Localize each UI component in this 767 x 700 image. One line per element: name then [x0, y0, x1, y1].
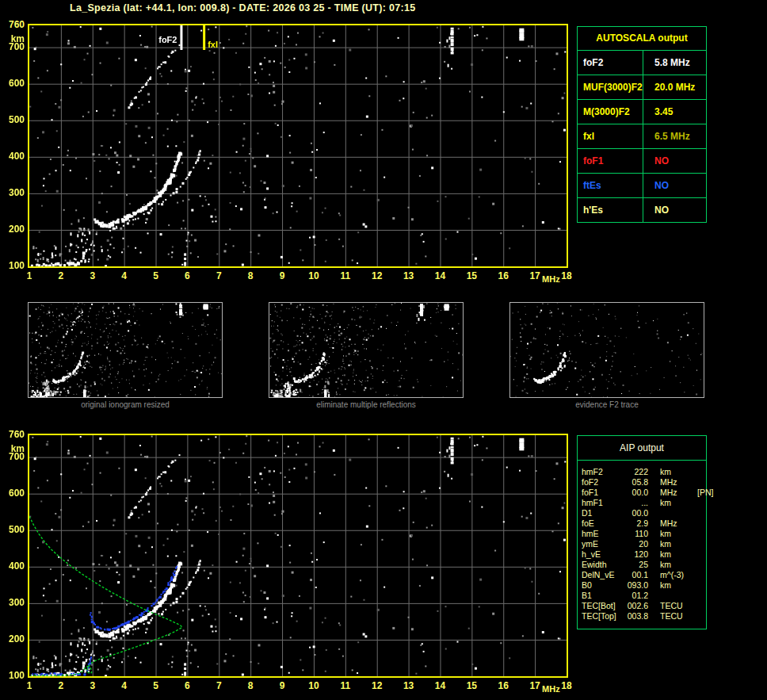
y-axis-tick-label: 500	[2, 525, 25, 535]
x-axis-tick-label: 7	[211, 271, 227, 281]
aip-extra	[696, 601, 704, 611]
aip-unit: km	[648, 529, 696, 539]
aip-name: DelN_vE	[582, 570, 623, 580]
aip-val: 120	[623, 549, 648, 560]
parameter-value: 20.0 MHz	[643, 75, 706, 99]
y-axis-tick-label: 100	[2, 261, 25, 271]
x-axis-tick-label: 12	[369, 681, 385, 691]
aip-extra	[696, 529, 704, 539]
table-row: h_vE120km	[582, 549, 704, 560]
aip-unit: km	[648, 467, 696, 477]
x-axis-tick-label: 9	[274, 681, 290, 691]
x-axis-tick-label: 5	[148, 271, 164, 281]
aip-unit: TECU	[648, 601, 696, 611]
table-row: foE2.9MHz	[582, 518, 704, 529]
y-axis-tick-label: 300	[2, 188, 25, 198]
aip-name: Ewidth	[582, 560, 623, 570]
x-axis-tick-label: 12	[369, 271, 385, 281]
aip-val: 00.0	[623, 488, 648, 498]
aip-unit	[648, 508, 696, 518]
aip-extra	[696, 477, 704, 488]
x-axis-unit-label: MHz	[542, 274, 560, 284]
aip-extra	[696, 518, 704, 529]
y-axis-unit-label: km	[2, 34, 25, 44]
aip-unit: MHz	[648, 477, 696, 488]
y-axis-tick-label: 400	[2, 151, 25, 162]
y-axis-tick-label: 600	[2, 488, 25, 499]
aip-val: 222	[623, 467, 648, 477]
aip-extra	[696, 508, 704, 518]
table-row: foF25.8 MHz	[578, 51, 706, 75]
aip-val: 01.2	[623, 591, 648, 601]
parameter-value: 6.5 MHz	[643, 124, 706, 148]
thumbnail-evidence-canvas	[510, 303, 704, 397]
table-row: foF100.0MHz[PN]	[582, 488, 704, 498]
bottom-ionogram-plot	[28, 434, 568, 678]
x-axis-tick-label: 14	[432, 271, 448, 281]
x-axis-tick-label: 16	[495, 681, 511, 691]
table-row: M(3000)F23.45	[578, 100, 706, 124]
aip-name: B0	[582, 580, 623, 591]
aip-extra	[696, 498, 704, 508]
autoscala-output-table: AUTOSCALA output foF25.8 MHzMUF(3000)F22…	[577, 26, 707, 223]
table-row: ymE20km	[582, 539, 704, 549]
aip-name: foF1	[582, 488, 623, 498]
x-axis-tick-label: 4	[116, 681, 132, 691]
autoscala-app-window: La_Spezia (lat: +44.1, lon: 009.8) - DAT…	[0, 0, 767, 700]
aip-val: 00.0	[623, 508, 648, 518]
aip-val: 110	[623, 529, 648, 539]
table-row: B0093.0km	[582, 580, 704, 591]
top-ionogram-plot	[28, 24, 568, 268]
y-axis-tick-label: 200	[2, 224, 25, 235]
table-row: D100.0	[582, 508, 704, 518]
parameter-label: MUF(3000)F2	[578, 75, 643, 99]
y-axis-tick-label: 500	[2, 115, 25, 125]
table-row: TEC[Bot]002.6TECU	[582, 601, 704, 611]
aip-name: hmF1	[582, 498, 623, 508]
aip-val: 00.1	[623, 570, 648, 580]
page-title: La_Spezia (lat: +44.1, lon: 009.8) - DAT…	[70, 2, 415, 13]
x-axis-tick-label: 5	[148, 681, 164, 691]
aip-unit: km	[648, 560, 696, 570]
aip-name: h_vE	[582, 549, 623, 560]
y-axis-tick-label: 400	[2, 561, 25, 572]
table-row: MUF(3000)F220.0 MHz	[578, 75, 706, 100]
x-axis-tick-label: 17	[527, 271, 543, 281]
x-axis-tick-label: 3	[85, 271, 101, 281]
y-axis-unit-label: km	[2, 444, 25, 454]
aip-unit: MHz	[648, 518, 696, 529]
x-axis-tick-label: 17	[527, 681, 543, 691]
parameter-value: 5.8 MHz	[643, 51, 706, 75]
parameter-label: foF2	[578, 51, 643, 75]
thumbnail-caption-evidence: evidence F2 trace	[509, 400, 704, 409]
aip-extra	[696, 591, 704, 601]
aip-extra	[696, 549, 704, 560]
aip-val: 003.8	[623, 611, 648, 622]
x-axis-tick-label: 15	[464, 681, 479, 691]
y-axis-tick-label: 300	[2, 598, 25, 608]
parameter-value: NO	[643, 198, 706, 222]
x-axis-tick-label: 8	[242, 681, 258, 691]
parameter-label: foF1	[578, 149, 643, 173]
table-row: foF205.8MHz	[582, 477, 704, 488]
top-ionogram-canvas	[29, 25, 567, 266]
aip-extra	[696, 560, 704, 570]
aip-unit: km	[648, 539, 696, 549]
x-axis-tick-label: 14	[432, 681, 448, 691]
x-axis-tick-label: 10	[306, 681, 322, 691]
x-axis-tick-label: 8	[242, 271, 258, 281]
table-row: ftEsNO	[578, 174, 706, 198]
aip-table-header: AIP output	[578, 436, 706, 461]
y-axis-tick-label: 200	[2, 634, 25, 645]
x-axis-tick-label: 13	[401, 681, 417, 691]
aip-val: 2.9	[623, 518, 648, 529]
aip-unit: TECU	[648, 611, 696, 622]
x-axis-tick-label: 11	[338, 681, 353, 691]
x-axis-tick-label: 3	[85, 681, 101, 691]
thumbnail-eliminate-reflections	[269, 302, 464, 398]
aip-name: hmF2	[582, 467, 623, 477]
parameter-label: M(3000)F2	[578, 100, 643, 124]
table-row: hmE110km	[582, 529, 704, 539]
x-axis-tick-label: 6	[179, 681, 195, 691]
bottom-ionogram-canvas	[29, 435, 567, 676]
